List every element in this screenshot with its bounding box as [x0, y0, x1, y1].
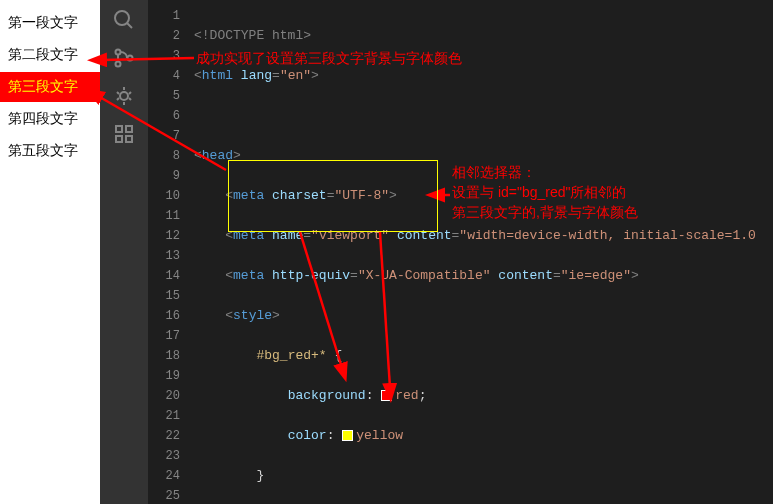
line-number: 6	[148, 106, 180, 126]
line-number: 10	[148, 186, 180, 206]
source-control-icon[interactable]	[112, 46, 136, 70]
line-number: 4	[148, 66, 180, 86]
line-number: 18	[148, 346, 180, 366]
svg-rect-7	[116, 136, 122, 142]
line-number: 5	[148, 86, 180, 106]
svg-point-2	[116, 50, 121, 55]
svg-point-4	[128, 56, 133, 61]
preview-p3: 第三段文字	[0, 72, 100, 102]
annotation-highlight-box	[228, 160, 438, 232]
line-number: 7	[148, 126, 180, 146]
annotation-top: 成功实现了设置第三段文字背景与字体颜色	[196, 50, 462, 68]
svg-rect-6	[116, 126, 122, 132]
svg-point-3	[116, 62, 121, 67]
activity-bar	[100, 0, 148, 504]
annotation-right-1: 相邻选择器：	[452, 164, 536, 182]
line-number: 23	[148, 446, 180, 466]
code-editor[interactable]: 1 2 3 4 5 6 7 8 9 10 11 12 13 14 15 16 1…	[148, 0, 773, 504]
code-text: <!DOCTYPE html>	[194, 28, 311, 43]
line-number: 17	[148, 326, 180, 346]
color-swatch-red	[381, 390, 392, 401]
line-number: 8	[148, 146, 180, 166]
line-number: 2	[148, 26, 180, 46]
svg-point-0	[115, 11, 129, 25]
preview-p4: 第四段文字	[0, 104, 100, 134]
line-number: 15	[148, 286, 180, 306]
svg-rect-8	[126, 136, 132, 142]
line-number: 13	[148, 246, 180, 266]
browser-preview-panel: 第一段文字 第二段文字 第三段文字 第四段文字 第五段文字	[0, 0, 100, 504]
line-number: 22	[148, 426, 180, 446]
line-number: 21	[148, 406, 180, 426]
preview-p1: 第一段文字	[0, 8, 100, 38]
preview-p5: 第五段文字	[0, 136, 100, 166]
search-icon[interactable]	[112, 8, 136, 32]
line-number: 16	[148, 306, 180, 326]
line-number: 25	[148, 486, 180, 504]
line-number: 14	[148, 266, 180, 286]
line-number-gutter: 1 2 3 4 5 6 7 8 9 10 11 12 13 14 15 16 1…	[148, 0, 194, 504]
code-content[interactable]: <!DOCTYPE html> <html lang="en"> <head> …	[194, 0, 773, 504]
annotation-right-2: 设置与 id="bg_red"所相邻的	[452, 184, 627, 202]
line-number: 1	[148, 6, 180, 26]
extensions-icon[interactable]	[112, 122, 136, 146]
line-number: 3	[148, 46, 180, 66]
debug-icon[interactable]	[112, 84, 136, 108]
preview-p2: 第二段文字	[0, 40, 100, 70]
annotation-right-3: 第三段文字的,背景与字体颜色	[452, 204, 638, 222]
line-number: 9	[148, 166, 180, 186]
line-number: 19	[148, 366, 180, 386]
svg-point-5	[120, 92, 128, 100]
color-swatch-yellow	[342, 430, 353, 441]
svg-rect-9	[126, 126, 132, 132]
line-number: 24	[148, 466, 180, 486]
line-number: 11	[148, 206, 180, 226]
line-number: 12	[148, 226, 180, 246]
line-number: 20	[148, 386, 180, 406]
svg-line-1	[127, 23, 132, 28]
